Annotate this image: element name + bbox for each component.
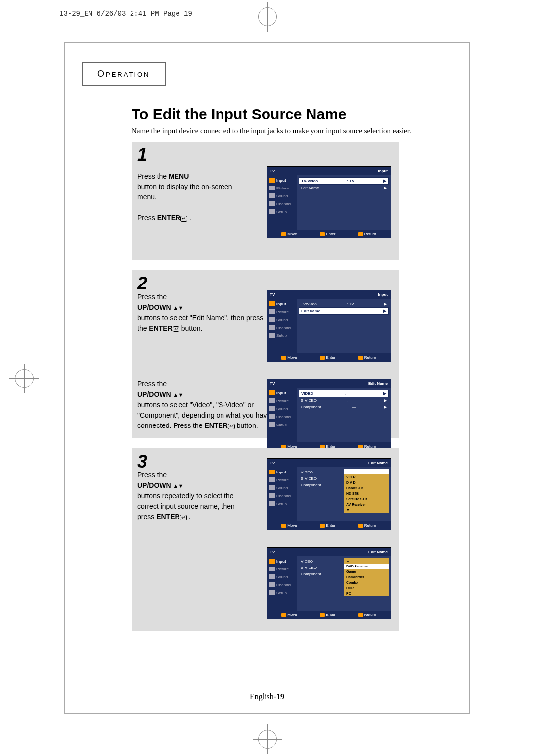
step-1-number: 1 <box>137 144 147 165</box>
osd-sidebar-channel: Channel <box>267 200 297 208</box>
return-icon <box>358 232 363 236</box>
page-title: To Edit the Input Source Name <box>132 106 346 123</box>
enter-icon <box>320 613 325 617</box>
osd-screenshot-3a: TVEdit Name Input Picture Sound Channel … <box>267 458 391 530</box>
channel-icon <box>269 325 275 330</box>
sound-icon <box>269 317 275 322</box>
osd-content: TV/Video: TV▶ Edit Name▶ <box>297 175 391 230</box>
osd-section: Input <box>378 169 388 173</box>
setup-icon <box>269 422 275 427</box>
tv-icon <box>269 301 275 306</box>
osd-row: Edit Name▶ <box>299 307 389 315</box>
picture-icon <box>269 567 275 571</box>
up-down-icon: ▲▼ <box>173 392 184 398</box>
section-tab: Operation <box>82 62 166 86</box>
setup-icon <box>269 501 275 506</box>
arrow-right-icon: ▶ <box>384 186 387 190</box>
tv-icon <box>269 178 275 183</box>
step-2-number: 2 <box>137 273 147 294</box>
sound-icon <box>269 574 275 579</box>
up-down-icon: ▲▼ <box>173 305 184 311</box>
step-3-text: Press the UP/DOWN ▲▼ buttons repeatedly … <box>137 470 246 522</box>
osd-footer: Move Enter Return <box>267 230 391 238</box>
step-1-panel: 1 Press the MENU button to display the o… <box>132 142 399 260</box>
enter-icon <box>320 524 325 528</box>
picture-icon <box>269 398 275 403</box>
step-3-panel: 3 Press the UP/DOWN ▲▼ buttons repeatedl… <box>132 448 399 631</box>
return-icon <box>358 524 363 528</box>
move-icon <box>281 356 286 360</box>
tv-icon <box>269 559 275 564</box>
osd-row: VIDEO: —▶ <box>299 390 389 397</box>
osd-screenshot-2b: TVEdit Name Input Picture Sound Channel … <box>267 379 391 451</box>
osd-sidebar-input: Input <box>267 176 297 184</box>
osd-sidebar-sound: Sound <box>267 192 297 200</box>
channel-icon <box>269 582 275 587</box>
osd-row: Edit Name▶ <box>299 185 389 191</box>
step-1-text: Press the MENU button to display the on-… <box>137 171 241 223</box>
step-2-panel: 2 Press the UP/DOWN ▲▼ buttons to select… <box>132 270 399 438</box>
tv-icon <box>269 390 275 395</box>
osd-row: TV/Video: TV▶ <box>299 177 389 185</box>
channel-icon <box>269 493 275 498</box>
setup-icon <box>269 590 275 595</box>
step-3-number: 3 <box>137 451 147 472</box>
osd-row: S-VIDEO: —▶ <box>299 397 389 404</box>
osd-row: TV/Video: TV▶ <box>299 301 389 307</box>
setup-icon <box>269 333 275 338</box>
picture-icon <box>269 186 275 190</box>
osd-dropdown: — — — V C R D V D Cable STB HD STB Satel… <box>344 469 389 513</box>
osd-dropdown: ▲ DVD Receiver Game Camcorder Combo DHR … <box>344 558 389 596</box>
osd-screenshot-1: TV Input Input Picture Sound Channel Set… <box>267 166 391 238</box>
return-icon <box>358 356 363 360</box>
sound-icon <box>269 485 275 490</box>
osd-row: Component: —▶ <box>299 404 389 410</box>
sound-icon <box>269 406 275 411</box>
move-icon <box>281 232 286 236</box>
up-down-icon: ▲▼ <box>173 483 184 489</box>
enter-icon: ↵ <box>180 515 187 520</box>
return-icon <box>358 613 363 617</box>
osd-title: TV <box>270 169 275 173</box>
page-footer: English-19 <box>65 692 469 701</box>
osd-sidebar: Input Picture Sound Channel Setup <box>267 175 297 230</box>
channel-icon <box>269 414 275 419</box>
enter-icon: ↵ <box>173 326 179 332</box>
enter-icon: ↵ <box>228 424 235 429</box>
registration-mark-left <box>15 369 34 388</box>
registration-mark-bottom <box>258 730 277 749</box>
osd-screenshot-2a: TVInput Input Picture Sound Channel Setu… <box>267 290 391 362</box>
print-header: 13-29_EN 6/26/03 2:41 PM Page 19 <box>59 10 192 18</box>
enter-icon: ↵ <box>180 216 187 222</box>
intro-text: Name the input device connected to the i… <box>132 127 442 135</box>
channel-icon <box>269 201 275 206</box>
registration-mark-top <box>258 7 277 26</box>
move-icon <box>281 613 286 617</box>
sound-icon <box>269 193 275 198</box>
enter-icon <box>320 356 325 360</box>
setup-icon <box>269 209 275 214</box>
osd-sidebar-picture: Picture <box>267 184 297 192</box>
picture-icon <box>269 309 275 314</box>
page-frame: Operation To Edit the Input Source Name … <box>64 42 470 714</box>
tv-icon <box>269 470 275 474</box>
osd-sidebar-setup: Setup <box>267 208 297 216</box>
move-icon <box>281 524 286 528</box>
step-2a-text: Press the UP/DOWN ▲▼ buttons to select "… <box>137 292 271 333</box>
enter-icon <box>320 232 325 236</box>
step-2b-text: Press the UP/DOWN ▲▼ buttons to select "… <box>137 379 271 431</box>
picture-icon <box>269 477 275 482</box>
osd-screenshot-3b: TVEdit Name Input Picture Sound Channel … <box>267 547 391 619</box>
arrow-right-icon: ▶ <box>383 179 386 183</box>
